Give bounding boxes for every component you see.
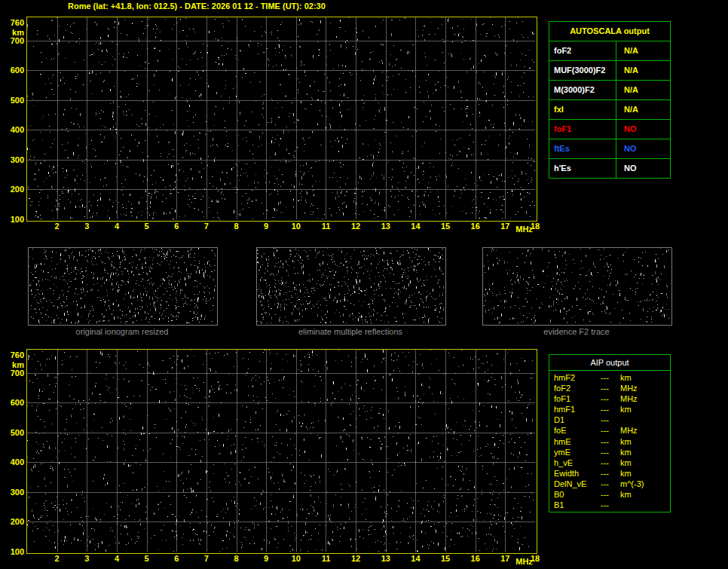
autoscala-window: Rome (lat: +41.8, lon: 012.5) - DATE: 20… [0,0,728,569]
ionogram-bottom-xtick-11: 11 [322,554,331,563]
aip-param-value: --- [601,479,620,489]
ionogram-top-xtick-12: 12 [351,222,360,231]
aip-param-value: --- [601,500,620,510]
aip-row: foE---MHz [549,425,670,436]
aip-row: ymE---km [549,447,670,457]
ionogram-bottom-plot [26,349,537,554]
thumb-caption-eliminate: eliminate multiple reflections [256,327,445,336]
autoscala-param-name: MUF(3000)F2 [549,61,616,80]
aip-param-name: Ewidth [549,468,601,479]
thumb-caption-evidence: evidence F2 trace [482,327,671,336]
autoscala-param-value: N/A [616,81,670,99]
ionogram-bottom-xtick-8: 8 [234,554,238,563]
aip-param-unit: km [620,468,670,479]
ionogram-bottom-xtick-17: 17 [500,554,509,563]
aip-param-value: --- [601,372,620,383]
aip-param-unit: km [620,489,670,500]
ionogram-top-xtick-16: 16 [471,222,480,231]
aip-row: Ewidth---km [549,468,670,479]
autoscala-param-name: h'Es [549,159,616,178]
aip-param-value: --- [601,468,620,479]
autoscala-param-name: M(3000)F2 [549,81,616,99]
aip-row: foF2---MHz [549,383,670,393]
autoscala-param-value: N/A [616,100,670,119]
ionogram-top-ytick-200: 200 [2,185,24,194]
autoscala-row: foF2N/A [549,41,670,61]
aip-param-value: --- [601,404,620,415]
aip-param-value: --- [601,489,620,500]
thumb-evidence-f2-trace [482,247,672,326]
aip-param-name: hmF1 [549,404,601,415]
aip-param-name: B0 [549,489,601,500]
ionogram-top-xtick-15: 15 [441,222,450,231]
autoscala-row: MUF(3000)F2N/A [549,61,670,81]
thumb-eliminate-reflections-canvas [257,248,444,323]
aip-param-unit [620,415,670,425]
aip-param-name: hmE [549,436,601,447]
aip-param-unit: km [620,447,670,457]
autoscala-param-name: foF2 [549,41,616,60]
ionogram-bottom-xtick-16: 16 [471,554,480,563]
ionogram-top-xtick-13: 13 [381,222,390,231]
aip-param-unit: km [620,457,670,468]
ionogram-bottom-ytick-600: 600 [2,398,24,407]
aip-table: AIP output hmF2---kmfoF2---MHzfoF1---MHz… [549,354,671,512]
aip-param-name: h_vE [549,457,601,468]
ionogram-top-xtick-3: 3 [84,222,89,231]
ionogram-bottom-xtick-4: 4 [115,554,119,563]
aip-param-name: foF1 [549,393,601,404]
aip-param-value: --- [601,425,620,436]
ionogram-bottom-xtick-3: 3 [84,554,89,563]
station-date-time-header: Rome (lat: +41.8, lon: 012.5) - DATE: 20… [68,2,326,11]
ionogram-bottom-xtick-5: 5 [145,554,149,563]
thumb-original-ionogram-canvas [29,248,216,323]
aip-param-unit: MHz [620,383,670,393]
ionogram-top-xtick-11: 11 [322,222,331,231]
ionogram-bottom-ytick-300: 300 [2,488,24,497]
autoscala-table: AUTOSCALA output foF2N/AMUF(3000)F2N/AM(… [549,21,671,179]
ionogram-bottom-ytick-500: 500 [2,428,24,437]
ionogram-top-xtick-4: 4 [115,222,119,231]
ionogram-top-xtick-10: 10 [292,222,301,231]
aip-param-unit: MHz [620,425,670,436]
aip-param-value: --- [601,383,620,393]
aip-param-name: ymE [549,447,601,457]
ionogram-bottom-xtick-10: 10 [292,554,301,563]
ionogram-top-ytick-600: 600 [2,66,24,75]
ionogram-bottom-ytick-760: 760 [2,350,24,359]
aip-param-value: --- [601,457,620,468]
aip-param-value: --- [601,436,620,447]
aip-param-unit: km [620,436,670,447]
aip-param-name: foE [549,425,601,436]
ionogram-top-xtick-8: 8 [234,222,238,231]
ionogram-bottom-xtick-12: 12 [351,554,360,563]
aip-rows: hmF2---kmfoF2---MHzfoF1---MHzhmF1---kmD1… [549,371,670,512]
aip-param-name: DelN_vE [549,479,601,489]
ionogram-top-xtick-2: 2 [55,222,60,231]
ionogram-top-xtick-14: 14 [411,222,420,231]
aip-param-value: --- [601,447,620,457]
ionogram-top-ytick-300: 300 [2,155,24,164]
ionogram-bottom-xtick-9: 9 [264,554,268,563]
autoscala-param-value: NO [616,139,670,158]
thumb-caption-original: original ionogram resized [28,327,216,336]
aip-row: h_vE---km [549,457,670,468]
ionogram-bottom-xtick-2: 2 [55,554,60,563]
ionogram-top-xtick-9: 9 [264,222,268,231]
ionogram-bottom-canvas [27,350,535,552]
aip-param-unit: m^(-3) [620,479,670,489]
ionogram-top-canvas [27,17,535,219]
aip-param-unit: km [620,372,670,383]
ionogram-bottom-xtick-7: 7 [204,554,209,563]
ionogram-bottom-xtick-6: 6 [174,554,179,563]
ionogram-bottom-xtick-13: 13 [381,554,390,563]
autoscala-param-value: N/A [616,61,670,80]
autoscala-rows: foF2N/AMUF(3000)F2N/AM(3000)F2N/AfxIN/Af… [549,41,670,178]
autoscala-param-name: ftEs [549,139,616,158]
aip-param-unit [620,500,670,510]
aip-param-name: foF2 [549,383,601,393]
ionogram-bottom-ytick-400: 400 [2,457,24,467]
ionogram-bottom-ytick-100: 100 [2,547,24,556]
thumb-original-ionogram [28,247,218,326]
aip-row: foF1---MHz [549,393,670,404]
